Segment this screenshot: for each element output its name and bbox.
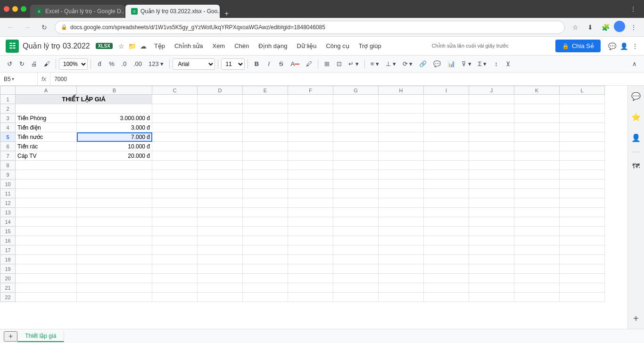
cell-c6[interactable] (152, 142, 198, 151)
cell-f6[interactable] (288, 142, 333, 151)
cell-i2[interactable] (424, 104, 469, 114)
share-button[interactable]: 🔒 Chia Sẻ (555, 40, 601, 52)
cell-f7[interactable] (288, 151, 333, 161)
cell-k2[interactable] (514, 104, 560, 114)
row-num-9[interactable]: 9 (0, 170, 16, 180)
format-dec2-button[interactable]: .00 (131, 58, 145, 70)
cell-d2[interactable] (198, 104, 243, 114)
row-num-8[interactable]: 8 (0, 161, 16, 170)
cell-a3[interactable]: Tiền Phòng (16, 114, 77, 123)
tab-excel[interactable]: X Excel - Quản lý trọ - Google D... ✕ (30, 5, 124, 18)
right-panel-chat-btn[interactable]: 💬 (629, 90, 643, 103)
browser-menu-icon[interactable]: ⋮ (630, 5, 640, 13)
cell-a7[interactable]: Cáp TV (16, 151, 77, 161)
menu-tro-giup[interactable]: Trợ giúp (355, 41, 385, 51)
comments-button[interactable]: 💬 (608, 42, 616, 50)
row-num-17[interactable]: 17 (0, 245, 16, 255)
format-dec0-button[interactable]: .0 (118, 58, 130, 70)
cell-e2[interactable] (243, 104, 288, 114)
cell-e3[interactable] (243, 114, 288, 123)
cell-c2[interactable] (152, 104, 198, 114)
cell-a4[interactable]: Tiền điện (16, 123, 77, 132)
cell-b6[interactable]: 10.000 đ (77, 142, 152, 151)
cell-j7[interactable] (469, 151, 514, 161)
row-num-21[interactable]: 21 (0, 283, 16, 293)
cell-a5[interactable]: Tiền nước (16, 132, 77, 142)
chart-button[interactable]: 📊 (445, 58, 458, 70)
cell-reference[interactable]: B5 ▾ (0, 73, 38, 85)
address-bar[interactable]: 🔒 docs.google.com/spreadsheets/d/1W1vs5K… (55, 21, 565, 34)
cell-g6[interactable] (333, 142, 379, 151)
cell-k1[interactable] (514, 95, 560, 104)
user-button[interactable]: 👤 (620, 42, 628, 50)
font-size-select[interactable]: 11 (221, 58, 245, 70)
row-num-16[interactable]: 16 (0, 236, 16, 245)
cell-h2[interactable] (379, 104, 424, 114)
merge-button[interactable]: ⊡ (333, 58, 345, 70)
cell-g7[interactable] (333, 151, 379, 161)
row-num-19[interactable]: 19 (0, 264, 16, 274)
cell-c3[interactable] (152, 114, 198, 123)
cell-e1[interactable] (243, 95, 288, 104)
right-panel-user-btn[interactable]: 👤 (629, 131, 643, 144)
cell-k6[interactable] (514, 142, 560, 151)
cell-k4[interactable] (514, 123, 560, 132)
back-button[interactable]: ← (4, 21, 17, 34)
col-header-k[interactable]: K (514, 86, 560, 95)
new-tab-button[interactable]: + (221, 9, 232, 18)
cell-d7[interactable] (198, 151, 243, 161)
row-num-3[interactable]: 3 (0, 114, 16, 123)
format-percent-button[interactable]: % (106, 58, 117, 70)
add-sheet-button[interactable]: + (4, 331, 17, 342)
cell-f3[interactable] (288, 114, 333, 123)
italic-button[interactable]: I (263, 58, 274, 70)
cell-f2[interactable] (288, 104, 333, 114)
cell-l6[interactable] (560, 142, 605, 151)
zoom-select[interactable]: 100% (59, 58, 88, 70)
cell-l3[interactable] (560, 114, 605, 123)
col-header-e[interactable]: E (243, 86, 288, 95)
formula-input[interactable] (50, 76, 644, 82)
col-header-g[interactable]: G (333, 86, 379, 95)
cell-b7[interactable]: 20.000 đ (77, 151, 152, 161)
cell-d4[interactable] (198, 123, 243, 132)
cell-e4[interactable] (243, 123, 288, 132)
cell-g1[interactable] (333, 95, 379, 104)
col-header-f[interactable]: F (288, 86, 333, 95)
cell-i6[interactable] (424, 142, 469, 151)
profile-button[interactable] (614, 21, 625, 32)
cell-h1[interactable] (379, 95, 424, 104)
col-header-h[interactable]: H (379, 86, 424, 95)
cell-j2[interactable] (469, 104, 514, 114)
maximize-dot[interactable] (21, 6, 26, 12)
hide-formula-button[interactable]: ⊻ (503, 58, 514, 70)
forward-button[interactable]: → (21, 21, 34, 34)
col-header-i[interactable]: I (424, 86, 469, 95)
cell-j6[interactable] (469, 142, 514, 151)
row-num-22[interactable]: 22 (0, 293, 16, 302)
cell-k3[interactable] (514, 114, 560, 123)
filter-button[interactable]: ⊽ ▾ (459, 58, 474, 70)
sheet-tab-thiet-lap-gia[interactable]: Thiết lập giá (17, 331, 64, 342)
menu-dinh-dang[interactable]: Định dạng (255, 41, 291, 51)
col-header-b[interactable]: B (77, 86, 152, 95)
cell-c1[interactable] (152, 95, 198, 104)
row-num-1[interactable]: 1 (0, 95, 16, 104)
bold-button[interactable]: B (251, 58, 262, 70)
row-num-15[interactable]: 15 (0, 227, 16, 236)
text-color-button[interactable]: A (288, 58, 302, 70)
row-num-14[interactable]: 14 (0, 217, 16, 227)
menu-du-lieu[interactable]: Dữ liệu (293, 41, 320, 51)
folder-button[interactable]: 📁 (128, 42, 136, 50)
cell-d3[interactable] (198, 114, 243, 123)
cell-e6[interactable] (243, 142, 288, 151)
row-num-12[interactable]: 12 (0, 198, 16, 208)
right-panel-add-btn[interactable]: + (629, 312, 643, 325)
star-button[interactable]: ☆ (118, 42, 124, 50)
cell-g5[interactable] (333, 132, 379, 142)
col-header-j[interactable]: J (469, 86, 514, 95)
cell-l1[interactable] (560, 95, 605, 104)
row-num-13[interactable]: 13 (0, 208, 16, 217)
comment-button[interactable]: 💬 (430, 58, 444, 70)
cell-j5[interactable] (469, 132, 514, 142)
